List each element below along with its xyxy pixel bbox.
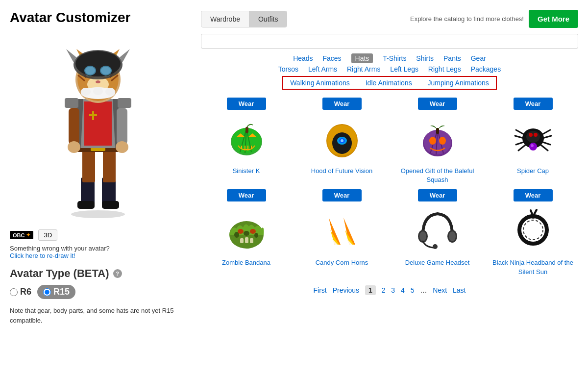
svg-rect-15 xyxy=(65,98,78,108)
svg-point-45 xyxy=(101,67,111,75)
wear-button-4[interactable]: Wear xyxy=(227,189,266,201)
svg-point-20 xyxy=(68,141,80,153)
item-name-1[interactable]: Hood of Future Vision xyxy=(311,167,373,176)
tab-wardrobe[interactable]: Wardrobe xyxy=(201,11,249,27)
get-more-area: Explore the catalog to find more clothes… xyxy=(410,10,578,28)
cat-heads[interactable]: Heads xyxy=(293,54,313,62)
spider-cap-img xyxy=(511,116,555,160)
page-next[interactable]: Next xyxy=(433,286,447,294)
avatar-svg xyxy=(29,35,167,222)
candy-corn-horns-img xyxy=(320,208,364,252)
item-image-3 xyxy=(509,114,558,163)
item-card: Wear xyxy=(392,189,483,276)
wear-button-3[interactable]: Wear xyxy=(514,98,553,110)
item-image-4 xyxy=(222,205,271,254)
wear-button-1[interactable]: Wear xyxy=(322,98,362,110)
item-card: Wear xyxy=(392,98,483,184)
wrong-avatar-section: Something wrong with your avatar? Click … xyxy=(10,245,186,259)
wrong-avatar-text: Something wrong with your avatar? xyxy=(10,245,110,252)
svg-rect-95 xyxy=(240,238,244,243)
item-image-5 xyxy=(318,205,367,254)
item-name-0[interactable]: Sinister K xyxy=(233,167,260,176)
item-name-3[interactable]: Spider Cap xyxy=(517,167,549,176)
svg-point-90 xyxy=(531,144,534,147)
right-panel: Wardrobe Outfits Explore the catalog to … xyxy=(196,10,578,325)
item-name-7[interactable]: Black Ninja Headband of the Silent Sun xyxy=(488,258,578,276)
cat-right-arms[interactable]: Right Arms xyxy=(347,65,380,73)
svg-point-99 xyxy=(250,229,256,234)
hood-future-vision-img xyxy=(320,116,364,160)
page-4[interactable]: 4 xyxy=(401,286,405,294)
3d-button[interactable]: 3D xyxy=(38,229,57,241)
item-card: Wear xyxy=(488,98,578,184)
svg-point-76 xyxy=(439,137,446,145)
cat-right-legs[interactable]: Right Legs xyxy=(428,65,461,73)
redraw-link[interactable]: Click here to re-draw it! xyxy=(10,252,75,259)
cat-left-arms[interactable]: Left Arms xyxy=(308,65,337,73)
svg-point-29 xyxy=(96,80,100,83)
r6-radio-label[interactable]: R6 xyxy=(10,287,31,297)
svg-point-78 xyxy=(526,131,540,143)
wear-button-2[interactable]: Wear xyxy=(418,98,457,110)
avatar-preview xyxy=(10,35,186,222)
wear-button-7[interactable]: Wear xyxy=(514,189,553,201)
r6-radio[interactable] xyxy=(10,288,18,296)
items-grid: Wear xyxy=(201,98,578,276)
avatar-meta-bar: OBC ✦ 3D xyxy=(10,229,186,241)
tab-outfits[interactable]: Outfits xyxy=(249,11,287,27)
wear-button-6[interactable]: Wear xyxy=(418,189,457,201)
item-name-5[interactable]: Candy Corn Horns xyxy=(316,258,368,267)
page-previous[interactable]: Previous xyxy=(333,286,359,294)
cat-shirts[interactable]: Shirts xyxy=(416,54,434,62)
wear-button-5[interactable]: Wear xyxy=(322,189,362,201)
r15-radio-label[interactable]: R15 xyxy=(37,285,75,299)
help-icon[interactable]: ? xyxy=(113,269,122,278)
cat-packages[interactable]: Packages xyxy=(471,65,501,73)
svg-rect-57 xyxy=(245,127,248,133)
svg-point-44 xyxy=(85,67,95,75)
svg-point-79 xyxy=(529,133,533,137)
search-input[interactable] xyxy=(201,34,578,49)
r15-radio[interactable] xyxy=(43,288,51,296)
page-1[interactable]: 1 xyxy=(365,285,376,295)
page-2[interactable]: 2 xyxy=(382,286,386,294)
cat-tshirts[interactable]: T-Shirts xyxy=(383,54,406,62)
item-name-4[interactable]: Zombie Bandana xyxy=(222,258,270,267)
top-bar: Wardrobe Outfits Explore the catalog to … xyxy=(201,10,578,28)
svg-rect-19 xyxy=(69,108,79,145)
page-3[interactable]: 3 xyxy=(391,286,395,294)
svg-rect-97 xyxy=(250,238,253,243)
cat-pants[interactable]: Pants xyxy=(443,54,461,62)
page-first[interactable]: First xyxy=(314,286,327,294)
cat-left-legs[interactable]: Left Legs xyxy=(390,65,418,73)
page-dots: … xyxy=(420,286,427,294)
svg-point-94 xyxy=(254,233,258,238)
svg-line-81 xyxy=(516,130,525,135)
cat-gear[interactable]: Gear xyxy=(471,54,486,62)
anim-walking[interactable]: Walking Animations xyxy=(290,79,350,87)
animation-box: Walking Animations Idle Animations Jumpi… xyxy=(282,76,497,90)
page-5[interactable]: 5 xyxy=(411,286,415,294)
get-more-button[interactable]: Get More xyxy=(529,10,578,28)
cat-hats[interactable]: Hats xyxy=(351,53,373,63)
anim-idle[interactable]: Idle Animations xyxy=(366,79,412,87)
svg-point-41 xyxy=(75,51,121,76)
r6-label: R6 xyxy=(20,287,31,297)
animation-row: Walking Animations Idle Animations Jumpi… xyxy=(201,76,578,90)
item-card: Wear Black Ninja Headband of the Si xyxy=(488,189,578,276)
wear-button-0[interactable]: Wear xyxy=(227,98,266,110)
catalog-text: Explore the catalog to find more clothes… xyxy=(410,15,524,23)
item-name-6[interactable]: Deluxe Game Headset xyxy=(405,258,470,267)
anim-jumping[interactable]: Jumping Animations xyxy=(428,79,489,87)
item-name-2[interactable]: Opened Gift of the Baleful Squash xyxy=(392,167,483,184)
svg-point-80 xyxy=(534,133,538,137)
cat-faces[interactable]: Faces xyxy=(323,54,342,62)
obc-badge: OBC ✦ xyxy=(10,231,33,239)
cat-torsos[interactable]: Torsos xyxy=(278,65,298,73)
avatar-note-text: Note that gear, body parts, and some hat… xyxy=(10,306,186,325)
page-last[interactable]: Last xyxy=(453,286,466,294)
tab-group: Wardrobe Outfits xyxy=(201,11,287,27)
avatar-type-radio-group: R6 R15 xyxy=(10,285,186,299)
category-row-1: Heads Faces Hats T-Shirts Shirts Pants G… xyxy=(201,54,578,62)
svg-point-93 xyxy=(244,231,249,236)
